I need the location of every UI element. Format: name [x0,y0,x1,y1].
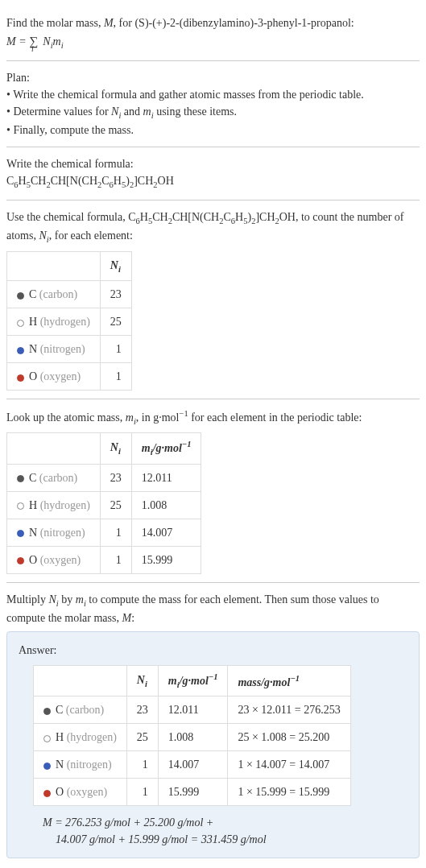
count-Ni: Ni [39,229,48,242]
element-cell: H (hydrogen) [7,491,101,519]
element-symbol: N [29,527,37,539]
element-symbol: O [29,370,37,382]
bullet-icon [43,790,51,797]
element-cell: O (oxygen) [34,779,127,806]
element-symbol: O [56,786,64,798]
mass-suffix: for each element in the periodic table: [188,411,362,424]
element-name: (nitrogen) [67,758,112,771]
element-name: (oxygen) [67,786,108,798]
answer-title: Answer: [19,642,407,659]
element-cell: N (nitrogen) [34,751,127,779]
bullet-icon [17,557,24,564]
table-row: O (oxygen)115.9991 × 15.999 = 15.999 [34,779,351,806]
count-suffix: , for each element: [49,229,133,242]
element-symbol: H [29,499,37,511]
write-formula-section: Write the chemical formula: C6H5CH2CH[N(… [6,147,420,200]
count-table: Ni C (carbon)23 H (hydrogen)25 N (nitrog… [6,251,132,391]
n-value: 1 [100,336,131,363]
m-value: 12.011 [158,696,228,724]
count-prefix: Use the chemical formula, [6,211,128,223]
header-mi: mi/g·mol−1 [158,666,228,696]
mass-value: 1 × 15.999 = 15.999 [228,779,350,806]
mult-mi: mi [76,593,86,606]
element-cell: C (carbon) [34,696,127,724]
element-name: (carbon) [39,288,77,300]
header-blank [7,251,101,281]
intro-text: Find the molar mass, M, for (S)-(+)-2-(d… [6,14,420,31]
element-symbol: C [56,704,63,716]
count-formula: C6H5CH2CH[N(CH2C6H5)2]CH2OH [128,211,296,223]
plan-title: Plan: [6,69,420,86]
element-symbol: H [29,316,37,328]
m-value: 15.999 [131,546,201,573]
n-value: 1 [100,519,131,546]
header-Ni: Ni [126,666,158,696]
bullet-icon [43,735,51,742]
m-value: 14.007 [131,519,201,546]
count-section: Use the chemical formula, C6H5CH2CH[N(CH… [6,200,420,400]
element-cell: O (oxygen) [7,546,101,573]
header-mass: mass/g·mol−1 [228,666,350,696]
m-value: 1.008 [131,491,201,519]
table-row: H (hydrogen)25 [7,308,132,336]
table-row: N (nitrogen)1 [7,336,132,363]
plan-item: Write the chemical formula and gather at… [6,86,420,103]
element-cell: O (oxygen) [7,363,101,391]
plan-item: Finally, compute the mass. [6,122,420,138]
mass-mi: mi [126,411,136,424]
write-formula-title: Write the chemical formula: [6,155,420,172]
element-name: (hydrogen) [40,499,90,511]
element-symbol: N [29,343,37,355]
table-row: O (oxygen)1 [7,363,132,391]
element-symbol: H [56,731,64,743]
header-Ni: Ni [100,251,131,281]
answer-box: Answer: Ni mi/g·mol−1 mass/g·mol−1 C (ca… [6,631,420,858]
element-cell: H (hydrogen) [34,724,127,751]
header-Ni: Ni [100,433,131,464]
mult-Ni: Ni [49,593,59,606]
bullet-icon [17,502,24,510]
table-row: H (hydrogen)251.008 [7,491,201,519]
mass-table: Ni mi/g·mol−1 C (carbon)2312.011 H (hydr… [6,432,201,573]
formula-M: M [6,35,16,48]
table-header-row: Ni mi/g·mol−1 mass/g·mol−1 [34,666,351,696]
mass-value: 1 × 14.007 = 14.007 [228,751,350,779]
bullet-icon [17,347,24,354]
intro-mid: , for (S)-(+)-2-(dibenzylamino)-3-phenyl… [114,17,354,29]
element-symbol: C [29,472,36,484]
n-value: 1 [126,751,158,779]
mass-text: Look up the atomic mass, mi, in g·mol−1 … [6,407,420,428]
bullet-icon [17,320,24,327]
formula-Ni: Ni [43,35,52,48]
n-value: 25 [100,308,131,336]
element-cell: N (nitrogen) [7,519,101,546]
final-line2: 14.007 g/mol + 15.999 g/mol = 331.459 g/… [43,831,407,848]
n-value: 1 [126,779,158,806]
intro-prefix: Find the molar mass, [6,17,104,29]
bullet-icon [43,763,51,770]
bullet-icon [17,292,24,300]
chemical-formula: C6H5CH2CH[N(CH2C6H5)2]CH2OH [6,172,420,192]
element-symbol: O [29,554,37,566]
plan-list: Write the chemical formula and gather at… [6,86,420,139]
n-value: 23 [100,464,131,491]
table-header-row: Ni mi/g·mol−1 [7,433,201,464]
n-value: 1 [100,546,131,573]
plan-item: Determine values for Ni and mi using the… [6,103,420,122]
mult-colon: : [131,612,134,624]
header-blank [34,666,127,696]
element-symbol: N [56,758,64,771]
bullet-icon [17,475,24,482]
formula-mi: mi [53,35,64,48]
n-value: 23 [100,281,131,308]
mass-section: Look up the atomic mass, mi, in g·mol−1 … [6,399,420,582]
count-text: Use the chemical formula, C6H5CH2CH[N(CH… [6,209,420,246]
table-row: C (carbon)2312.01123 × 12.011 = 276.253 [34,696,351,724]
table-row: O (oxygen)115.999 [7,546,201,573]
mass-prefix: Look up the atomic mass, [6,411,126,424]
element-name: (nitrogen) [40,343,85,355]
n-value: 25 [126,724,158,751]
element-name: (hydrogen) [67,731,117,743]
plan-section: Plan: Write the chemical formula and gat… [6,61,420,148]
table-row: H (hydrogen)251.00825 × 1.008 = 25.200 [34,724,351,751]
